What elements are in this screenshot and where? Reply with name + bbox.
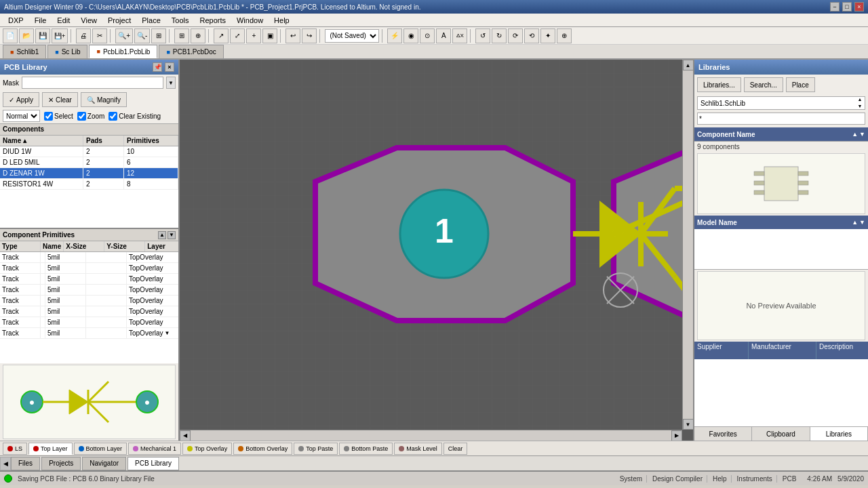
nav-arrow-left[interactable]: ◀ — [0, 457, 11, 470]
menu-place[interactable]: Place — [136, 15, 166, 26]
menu-edit[interactable]: Edit — [52, 15, 75, 26]
zoom-all-btn[interactable]: ⊞ — [151, 28, 166, 43]
board-btn[interactable]: ▣ — [262, 28, 277, 43]
grid-btn[interactable]: ⊞ — [174, 28, 189, 43]
hscroll-right[interactable]: ▶ — [671, 430, 682, 441]
prim-row-4[interactable]: Track 5mil TopOverlay — [0, 296, 178, 306]
layer-bottom-paste[interactable]: Bottom Paste — [339, 443, 393, 455]
move-btn[interactable]: ✦ — [540, 28, 555, 43]
vscroll-down[interactable]: ▼ — [683, 419, 694, 430]
canvas-area[interactable]: 1 2 — [180, 60, 693, 441]
text-btn[interactable]: A — [436, 28, 451, 43]
model-list-down[interactable]: ▼ — [859, 219, 865, 226]
layer-clear[interactable]: Clear — [443, 443, 468, 455]
layer-ls[interactable]: LS — [3, 443, 27, 455]
panel-pin-btn[interactable]: 📌 — [153, 62, 162, 72]
menu-dxp[interactable]: DXP — [3, 15, 29, 26]
menu-tools[interactable]: Tools — [166, 15, 195, 26]
curve-btn4[interactable]: ⟲ — [524, 28, 539, 43]
select-check[interactable]: Select — [44, 112, 73, 121]
nav-files[interactable]: Files — [11, 457, 40, 470]
maximize-button[interactable]: □ — [842, 2, 852, 12]
tab-pcblib1[interactable]: ■ PcbLib1.PcbLib — [89, 45, 157, 58]
extra-btn3[interactable]: ⊙ — [420, 28, 435, 43]
layer-mech1[interactable]: Mechanical 1 — [128, 443, 181, 455]
clear-existing-check[interactable]: Clear Existing — [108, 112, 161, 121]
curve-btn1[interactable]: ↺ — [475, 28, 490, 43]
lib-up-arrow[interactable]: ▲ — [855, 96, 865, 103]
mask-input[interactable] — [22, 77, 163, 89]
model-list-up[interactable]: ▲ — [852, 219, 858, 226]
menu-project[interactable]: Project — [102, 15, 136, 26]
col-primitives[interactable]: Primitives — [124, 136, 178, 146]
tab-schlib1[interactable]: ■ Schlib1 — [3, 45, 46, 58]
panel-close-btn[interactable]: × — [165, 62, 174, 72]
extra-btn2[interactable]: ◉ — [403, 28, 418, 43]
clear-button[interactable]: ✕ Clear — [42, 92, 78, 107]
zoom-in-btn[interactable]: 🔍+ — [115, 28, 133, 43]
prim-row-6[interactable]: Track 5mil TopOverlay — [0, 317, 178, 328]
cross-btn[interactable]: + — [246, 28, 261, 43]
menu-window[interactable]: Window — [231, 15, 269, 26]
component-table[interactable]: Name ▴ Pads Primitives DIUD 1W 2 10 D LE… — [0, 136, 178, 228]
layer-bottom[interactable]: Bottom Layer — [74, 443, 127, 455]
rbt-clipboard[interactable]: Clipboard — [752, 427, 810, 441]
nav-pcb-library[interactable]: PCB Library — [127, 457, 179, 470]
extra-btn4[interactable]: ΔΧ — [452, 28, 467, 43]
col-name[interactable]: Name ▴ — [0, 136, 83, 146]
mode-select[interactable]: Normal — [3, 110, 40, 122]
new-btn[interactable]: 📄 — [3, 28, 18, 43]
comp-list-up[interactable]: ▲ — [852, 131, 858, 138]
comp-row-dled5mil[interactable]: D LED 5MIL 2 6 — [0, 157, 178, 168]
col-pads[interactable]: Pads — [83, 136, 124, 146]
layer-top-paste[interactable]: Top Paste — [294, 443, 338, 455]
place-btn[interactable]: Place — [786, 77, 815, 92]
save-btn[interactable]: 💾 — [35, 28, 50, 43]
open-btn[interactable]: 📂 — [19, 28, 34, 43]
prim-row-1[interactable]: Track 5mil TopOverlay — [0, 263, 178, 274]
route-btn[interactable]: ↗ — [214, 28, 229, 43]
curve-btn3[interactable]: ⟳ — [508, 28, 523, 43]
not-saved-select[interactable]: (Not Saved) — [325, 29, 379, 43]
tab-sclib[interactable]: ■ Sc Lib — [47, 45, 87, 58]
mask-dropdown[interactable]: ▼ — [166, 77, 176, 89]
system-label[interactable]: System — [620, 475, 647, 483]
comp-row-resistor14w[interactable]: RESISTOR1 4W 2 8 — [0, 179, 178, 190]
hscroll-left[interactable]: ◀ — [180, 430, 191, 441]
design-compiler-label[interactable]: Design Compiler — [652, 475, 707, 483]
layer-bottom-overlay[interactable]: Bottom Overlay — [233, 443, 292, 455]
prim-scroll-up[interactable]: ▲ — [158, 231, 166, 239]
apply-button[interactable]: ✓ Apply — [3, 92, 39, 107]
libraries-btn[interactable]: Libraries... — [697, 77, 741, 92]
prim-row-2[interactable]: Track 5mil TopOverlay — [0, 274, 178, 285]
help-label[interactable]: Help — [713, 475, 732, 483]
menu-reports[interactable]: Reports — [194, 15, 231, 26]
vscroll-up[interactable]: ▲ — [683, 60, 694, 70]
close-button[interactable]: × — [854, 2, 864, 12]
snap-btn[interactable]: ⊕ — [191, 28, 205, 43]
lib-selector[interactable]: Schlib1.SchLib ▲ ▼ — [697, 96, 865, 110]
inst-btn[interactable]: ⊕ — [557, 28, 572, 43]
menu-view[interactable]: View — [75, 15, 102, 26]
save-all-btn[interactable]: 💾+ — [52, 28, 68, 43]
tab-pcb1[interactable]: ■ PCB1.PcbDoc — [159, 45, 223, 58]
print-btn[interactable]: 🖨 — [76, 28, 91, 43]
canvas-vscroll[interactable]: ▲ ▼ — [682, 60, 693, 430]
menu-file[interactable]: File — [29, 15, 52, 26]
cut-btn[interactable]: ✂ — [92, 28, 107, 43]
zoom-check[interactable]: Zoom — [77, 112, 105, 121]
minimize-button[interactable]: − — [830, 2, 840, 12]
redo-btn[interactable]: ↪ — [302, 28, 317, 43]
prim-row-0[interactable]: Track 5mil TopOverlay — [0, 252, 178, 263]
prim-row-7[interactable]: Track 5mil TopOverlay▼ — [0, 328, 178, 339]
nav-projects[interactable]: Projects — [41, 457, 81, 470]
instruments-label[interactable]: Instruments — [737, 475, 777, 483]
undo-btn[interactable]: ↩ — [285, 28, 300, 43]
primitives-table[interactable]: Type Name X-Size Y-Size Layer Track 5mil… — [0, 241, 178, 363]
menu-help[interactable]: Help — [269, 15, 295, 26]
pcb-status-label[interactable]: PCB — [783, 475, 797, 483]
route2-btn[interactable]: ⤢ — [230, 28, 245, 43]
layer-top-overlay[interactable]: Top Overlay — [182, 443, 232, 455]
nav-navigator[interactable]: Navigator — [82, 457, 126, 470]
search-btn[interactable]: Search... — [744, 77, 783, 92]
